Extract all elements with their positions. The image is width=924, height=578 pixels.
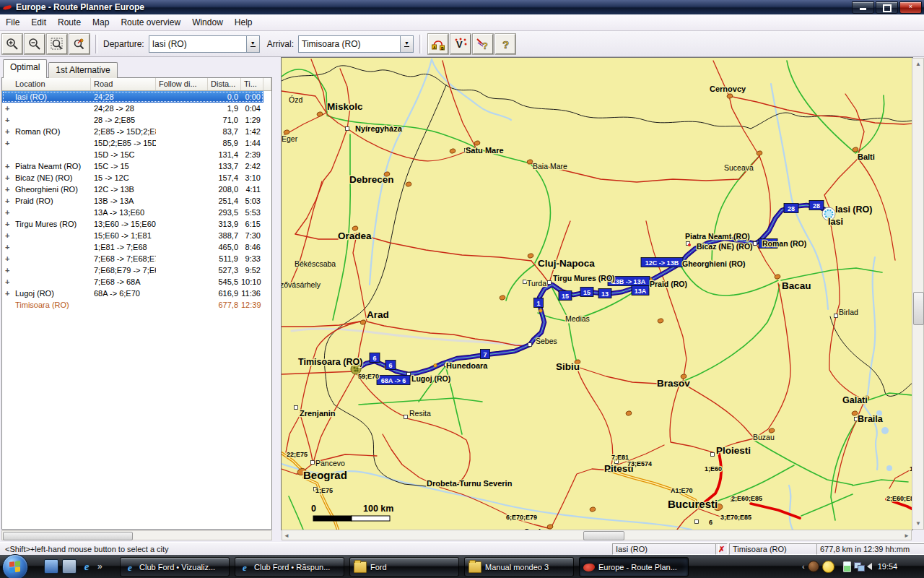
scroll-right-icon[interactable]: ► [904,532,910,539]
table-row[interactable]: +15D;2;E85 -> 15D85,91:44 [2,137,263,149]
close-button[interactable]: × [899,1,922,14]
menu-item-map[interactable]: Map [87,15,115,30]
cell-distance: 85,9 [208,137,241,149]
internet-explorer-icon[interactable]: e [80,560,93,573]
table-row[interactable]: +7;E68 -> 7;E68;E7511,99:33 [2,253,263,264]
table-h-scrollbar-thumb[interactable] [3,532,133,540]
expand-plus-icon[interactable]: + [5,288,9,299]
map-h-scrollbar[interactable]: ◄ ► [282,530,912,540]
table-row[interactable]: +Praid (RO)13B -> 13A251,45:03 [2,195,263,207]
expand-plus-icon[interactable]: + [5,207,9,218]
table-row[interactable]: +24;28 -> 281,90:04 [2,103,263,114]
zoom-in-button[interactable] [2,34,22,54]
table-row[interactable]: +Bicaz (NE) (RO)15 -> 12C157,43:10 [2,172,263,184]
column-header-3[interactable]: Dista... [208,78,241,90]
menu-item-help[interactable]: Help [229,15,258,30]
menu-item-file[interactable]: File [0,15,25,30]
table-h-scrollbar[interactable] [1,530,272,540]
expand-plus-icon[interactable]: + [5,276,9,288]
menu-item-route-overview[interactable]: Route overview [115,15,186,30]
map-canvas[interactable]: 282815D12C -> 13B13B -> 13A13A1315151766… [282,58,912,530]
tray-expand-icon[interactable]: ‹ [802,562,805,571]
start-button[interactable] [2,554,28,578]
zoom-window-button[interactable] [47,34,67,54]
expand-plus-icon[interactable]: + [5,264,9,276]
window-switcher-icon[interactable] [62,559,77,574]
tab-1st-alternative[interactable]: 1st Alternative [48,62,117,78]
tab-optimal[interactable]: Optimal [3,59,47,78]
table-row[interactable]: +1;E81 -> 7;E68465,08:46 [2,241,263,253]
table-row[interactable]: +Gheorghieni (RO)12C -> 13B208,04:11 [2,184,263,195]
clear-route-button[interactable]: ✗ [715,543,728,555]
arrival-combobox[interactable]: Timisoara (RO) ▼ [298,35,414,53]
expand-plus-icon[interactable]: + [5,114,9,126]
arrival-dropdown-icon[interactable]: ▼ [400,36,413,52]
maximize-button[interactable] [876,1,898,14]
battery-icon[interactable] [843,561,851,572]
table-row[interactable]: +Piatra Neamt (RO)15C -> 15133,72:42 [2,160,263,172]
taskbar-button[interactable]: Manual mondeo 3 [464,557,574,577]
map-h-scrollbar-thumb[interactable] [583,531,624,540]
help-button[interactable]: ? [495,34,515,54]
map-v-scrollbar[interactable]: ▲ ▼ [912,58,924,530]
departure-value[interactable]: Iasi (RO) [149,39,246,49]
expand-plus-icon[interactable]: + [5,253,9,264]
table-row[interactable]: +28 -> 2;E8571,01:29 [2,114,263,126]
map-label: A1;E70 [671,487,693,494]
zoom-out-button[interactable] [25,34,45,54]
cell-follow [156,230,208,241]
show-desktop-icon[interactable] [44,559,58,574]
expand-plus-icon[interactable]: + [5,241,9,253]
table-row[interactable]: +13A -> 13;E60293,55:53 [2,207,263,218]
expand-plus-icon[interactable]: + [5,184,9,195]
menu-item-window[interactable]: Window [186,15,229,30]
menu-item-route[interactable]: Route [52,15,87,30]
table-row[interactable]: +Lugoj (RO)68A -> 6;E70616,911:36 [2,288,263,299]
cell-follow [156,149,208,160]
tray-messenger-icon[interactable] [822,561,834,573]
taskbar-button[interactable]: Europe - Route Plan... [579,557,689,577]
column-header-4[interactable]: Ti... [241,78,263,90]
expand-plus-icon[interactable]: + [5,218,9,230]
expand-plus-icon[interactable]: + [5,137,9,149]
scroll-left-icon[interactable]: ◄ [284,532,289,539]
tray-app-icon[interactable] [808,561,819,572]
expand-plus-icon[interactable]: + [5,103,9,114]
taskbar-button[interactable]: Ford [349,557,459,577]
map-v-scrollbar-thumb[interactable] [913,292,924,325]
calculate-route-button[interactable]: AB [428,34,448,54]
scroll-up-icon[interactable]: ▲ [915,61,921,67]
table-row[interactable]: +7;E68;E79 -> 7;E6527,39:52 [2,264,263,276]
table-row[interactable]: 15D -> 15C131,42:39 [2,149,263,160]
table-row[interactable]: +15;E60 -> 1;E81388,77:30 [2,230,263,241]
table-row[interactable]: +7;E68 -> 68A545,510:10 [2,276,263,288]
departure-combobox[interactable]: Iasi (RO) ▼ [149,35,260,53]
expand-plus-icon[interactable]: + [5,195,9,207]
taskbar-button[interactable]: eClub Ford • Vizualiz... [120,557,230,577]
expand-plus-icon[interactable]: + [5,172,9,184]
via-points-button[interactable]: V [450,34,471,54]
taskbar-button[interactable]: eClub Ford • Răspun... [235,557,344,577]
expand-plus-icon[interactable]: + [5,230,9,241]
arrival-value[interactable]: Timisoara (RO) [299,39,400,49]
table-header[interactable]: LocationRoadFollow di...Dista...Ti... [2,78,271,91]
column-header-1[interactable]: Road [91,78,156,90]
scroll-down-icon[interactable]: ▼ [915,520,921,527]
table-row[interactable]: Timisoara (RO)677,812:39 [2,299,263,311]
table-row[interactable]: Iasi (RO)24;280,00:00 [2,91,263,103]
route-info-button[interactable]: ? [473,34,493,54]
quick-launch-expand-icon[interactable]: » [97,561,103,571]
column-header-2[interactable]: Follow di... [156,78,208,90]
minimize-button[interactable] [852,1,874,14]
expand-plus-icon[interactable]: + [5,160,9,172]
scale-distance-label: 100 km [363,504,393,514]
expand-plus-icon[interactable]: + [5,126,9,137]
zoom-route-button[interactable] [69,34,90,54]
departure-dropdown-icon[interactable]: ▼ [246,36,259,52]
table-row[interactable]: +Roman (RO)2;E85 -> 15D;2;E883,71:42 [2,126,263,137]
column-header-0[interactable]: Location [2,78,91,90]
network-icon[interactable] [854,562,864,571]
menu-item-edit[interactable]: Edit [25,15,52,30]
volume-icon[interactable] [867,563,872,570]
table-row[interactable]: +Tirgu Mures (RO)13;E60 -> 15;E60313,96:… [2,218,263,230]
